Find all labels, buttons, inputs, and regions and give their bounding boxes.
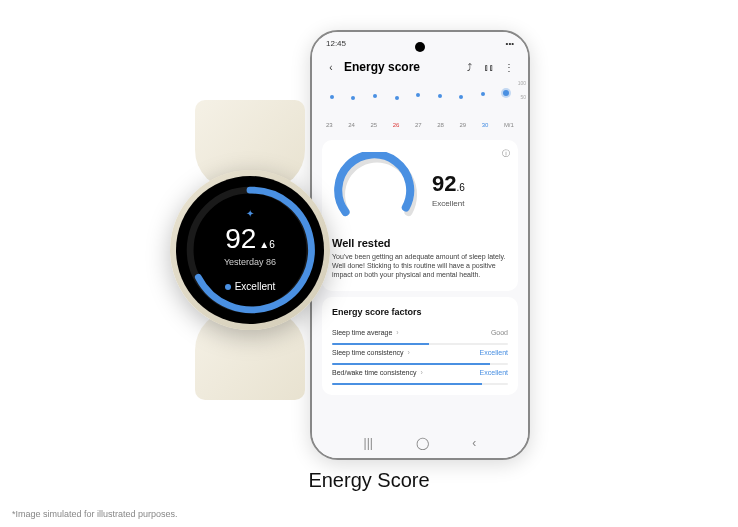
chart-point — [330, 95, 334, 99]
chart-date: 25 — [370, 122, 377, 128]
back-icon[interactable]: ‹ — [324, 60, 338, 74]
nav-back-icon[interactable]: ‹ — [472, 436, 476, 450]
chart-point — [503, 90, 509, 96]
factor-value: Good — [491, 329, 508, 336]
chart-point — [481, 92, 485, 96]
chart-point — [373, 94, 377, 98]
chart-date: M/1 — [504, 122, 514, 128]
chart-date: 28 — [437, 122, 444, 128]
image-caption: Energy Score — [0, 469, 738, 492]
chart-date: 27 — [415, 122, 422, 128]
y-max: 100 — [518, 80, 526, 86]
watch-mockup: ✦ 92 ▲6 Yesterday 86 Excellent — [140, 100, 360, 400]
score-value: 92 — [432, 171, 456, 196]
disclaimer: *Image simulated for illustrated purpose… — [12, 509, 178, 519]
status-icons: ••• — [506, 39, 514, 48]
android-nav: ||| ◯ ‹ — [312, 432, 528, 454]
factor-value: Excellent — [480, 349, 508, 356]
status-time: 12:45 — [326, 39, 346, 48]
score-label: Excellent — [432, 199, 465, 208]
chart-point — [416, 93, 420, 97]
nav-home-icon[interactable]: ◯ — [416, 436, 429, 450]
watch-face: ✦ 92 ▲6 Yesterday 86 Excellent — [176, 176, 324, 324]
chart-date: 30 — [482, 122, 489, 128]
page-title: Energy score — [344, 60, 456, 74]
share-icon[interactable]: ⤴ — [462, 60, 476, 74]
more-icon[interactable]: ⋮ — [502, 60, 516, 74]
chart-point — [459, 95, 463, 99]
chart-date: 29 — [459, 122, 466, 128]
chart-point — [438, 94, 442, 98]
info-icon[interactable]: ⓘ — [502, 148, 510, 159]
factor-value: Excellent — [480, 369, 508, 376]
chart-date: 26 — [393, 122, 400, 128]
y-mid: 50 — [520, 94, 526, 100]
phone-camera — [415, 42, 425, 52]
gauge-score: 92.6 Excellent — [432, 171, 465, 208]
watch-progress-ring — [182, 182, 318, 318]
chevron-right-icon: › — [396, 329, 398, 336]
chart-icon[interactable]: ⫾⫾ — [482, 60, 496, 74]
chart-point — [395, 96, 399, 100]
nav-recent-icon[interactable]: ||| — [364, 436, 373, 450]
watch-case: ✦ 92 ▲6 Yesterday 86 Excellent — [170, 170, 330, 330]
chevron-right-icon: › — [420, 369, 422, 376]
chevron-right-icon: › — [408, 349, 410, 356]
app-header: ‹ Energy score ⤴ ⫾⫾ ⋮ — [312, 54, 528, 80]
score-decimal: .6 — [456, 182, 464, 193]
